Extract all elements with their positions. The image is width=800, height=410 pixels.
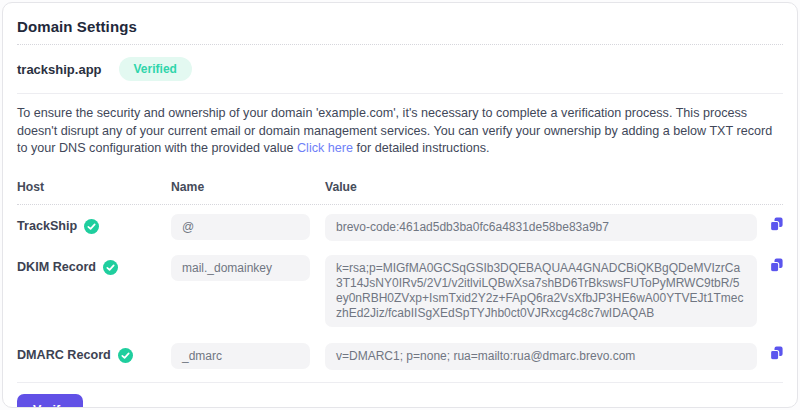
domain-name: trackship.app <box>17 62 102 77</box>
host-label: DMARC Record <box>17 348 111 362</box>
dns-records-table: Host Name Value TrackShip @ brevo-code:4… <box>17 171 783 370</box>
copy-icon <box>770 258 783 277</box>
host-label: DKIM Record <box>17 260 96 274</box>
divider <box>17 382 783 383</box>
check-circle-icon <box>84 219 99 234</box>
column-header-host: Host <box>17 171 171 204</box>
divider <box>17 204 783 205</box>
status-badge: Verified <box>119 57 192 81</box>
copy-icon <box>770 217 783 236</box>
click-here-link[interactable]: Click here <box>297 141 353 155</box>
column-header-name: Name <box>171 171 325 204</box>
table-row-host-dkim: DKIM Record <box>17 255 171 275</box>
table-row-host-dmarc: DMARC Record <box>17 343 171 363</box>
divider <box>17 93 783 94</box>
value-field[interactable]: brevo-code:461ad5db3ba0fc6a4831de58be83a… <box>325 214 757 241</box>
name-field[interactable]: @ <box>171 214 310 240</box>
name-field[interactable]: _dmarc <box>171 343 310 369</box>
domain-settings-card: Domain Settings trackship.app Verified T… <box>2 2 798 408</box>
table-row-host-trackship: TrackShip <box>17 214 171 234</box>
description-text: for detailed instructions. <box>353 141 490 155</box>
value-field[interactable]: k=rsa;p=MIGfMA0GCSqGSIb3DQEBAQUAA4GNADCB… <box>325 255 757 327</box>
verification-description: To ensure the security and ownership of … <box>17 105 783 158</box>
verify-button[interactable]: Verify <box>17 394 83 409</box>
value-field[interactable]: v=DMARC1; p=none; rua=mailto:rua@dmarc.b… <box>325 343 757 370</box>
name-field[interactable]: mail._domainkey <box>171 255 310 281</box>
copy-value-button[interactable] <box>757 343 783 365</box>
check-circle-icon <box>103 260 118 275</box>
domain-row: trackship.app Verified <box>17 45 783 93</box>
column-header-value: Value <box>325 171 757 204</box>
copy-icon <box>770 346 783 365</box>
copy-value-button[interactable] <box>757 255 783 277</box>
check-circle-icon <box>118 348 133 363</box>
copy-value-button[interactable] <box>757 214 783 236</box>
host-label: TrackShip <box>17 219 77 233</box>
page-title: Domain Settings <box>17 3 783 35</box>
